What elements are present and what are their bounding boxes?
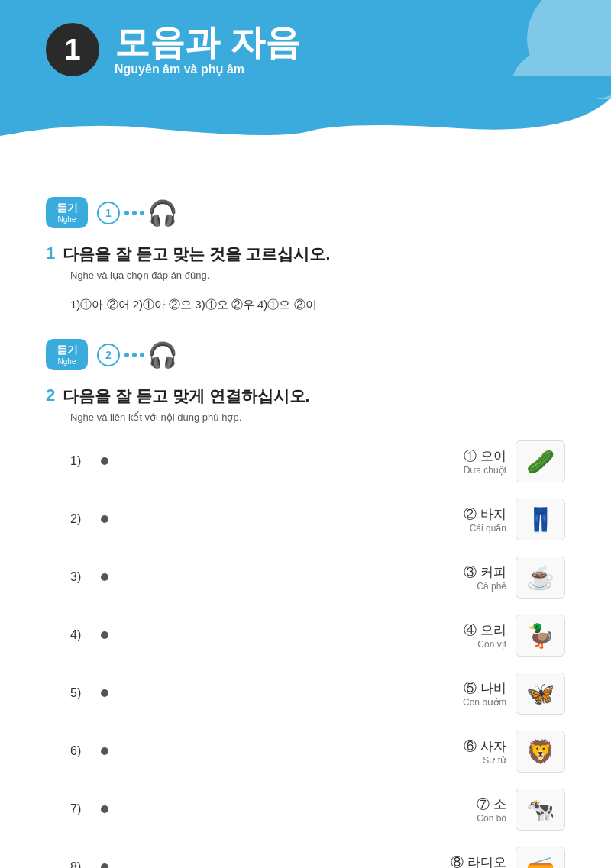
match-left-num-3: 3) [70,570,101,584]
match-left-num-1: 1) [70,454,101,468]
match-dot-left-7 [101,805,108,813]
match-label-1: ① 오이 Dưa chuột [445,447,506,476]
match-row-6: 6) ⑥ 사자 Sư tử 🦁 [70,725,565,777]
main-content: 듣기 Nghe 1 🎧 1 다음을 잘 듣고 맞는 것을 고르십시오. Nghe… [0,136,611,868]
match-image-1: 🥒 [516,440,565,482]
match-row-1: 1) ① 오이 Dưa chuột 🥒 [70,435,565,487]
section2-badge-korean: 듣기 [57,344,78,357]
chapter-number-circle: 1 [46,23,99,76]
headphone-icon-1: 🎧 [147,198,178,227]
section2-dots [124,353,144,357]
match-dot-left-6 [101,747,108,755]
section2-listen-section: 듣기 Nghe 2 🎧 [46,339,565,370]
section1-dots [124,211,144,215]
match-image-5: 🦋 [516,673,565,715]
match-row-3: 3) ③ 커피 Cà phê ☕ [70,551,565,603]
match-korean-2: ② 바지 [464,505,506,523]
match-label-8: ⑧ 라디오 Radio [445,853,506,869]
section2-text: 다음을 잘 듣고 맞게 연결하십시오. [63,386,309,407]
match-icon-5: 🦋 [526,680,554,707]
match-right-1: ① 오이 Dưa chuột 🥒 [445,440,565,482]
section1-text: 다음을 잘 듣고 맞는 것을 고르십시오. [63,244,330,265]
match-right-7: ⑦ 소 Con bò 🐄 [445,789,565,831]
header-title-block: 모음과 자음 Nguyên âm và phụ âm [115,23,300,76]
match-image-4: 🦆 [516,615,565,657]
dot2 [132,211,137,215]
match-label-4: ④ 오리 Con vịt [445,621,506,650]
section2-badge: 듣기 Nghe 2 🎧 [46,339,565,370]
match-korean-5: ⑤ 나비 [464,679,506,697]
match-viet-5: Con bướm [463,697,506,708]
match-row-7: 7) ⑦ 소 Con bò 🐄 [70,783,565,835]
match-left-num-2: 2) [70,512,101,526]
match-icon-8: 📻 [526,854,554,869]
match-image-3: ☕ [516,557,565,599]
match-right-5: ⑤ 나비 Con bướm 🦋 [445,673,565,715]
match-row-8: 8) ⑧ 라디오 Radio 📻 [70,841,565,868]
match-image-2: 👖 [516,499,565,540]
section2-badge-nghe: Nghe [58,357,76,366]
match-row-4: 4) ④ 오리 Con vịt 🦆 [70,609,565,661]
match-right-6: ⑥ 사자 Sư tử 🦁 [445,731,565,773]
match-dot-left-5 [101,689,108,697]
section2-num: 2 [46,386,55,405]
dot1 [124,211,129,215]
match-dot-left-3 [101,573,108,581]
match-korean-8: ⑧ 라디오 [451,853,506,869]
match-dot-left-8 [101,863,108,868]
match-left-num-5: 5) [70,686,101,700]
page-header: 1 모음과 자음 Nguyên âm và phụ âm [0,0,611,99]
section1-headphone-area: 🎧 [124,198,178,227]
match-icon-4: 🦆 [526,622,554,649]
match-korean-7: ⑦ 소 [477,795,506,813]
section1-badge-box: 듣기 Nghe [46,197,88,228]
match-icon-6: 🦁 [526,738,554,765]
section1-num: 1 [46,244,55,263]
match-row-2: 2) ② 바지 Cái quần 👖 [70,493,565,545]
header-wave-decoration [474,0,611,99]
match-right-8: ⑧ 라디오 Radio 📻 [445,847,565,869]
headphone-icon-2: 🎧 [147,340,178,369]
match-icon-1: 🥒 [526,448,554,475]
match-left-num-8: 8) [70,860,101,868]
match-row-5: 5) ⑤ 나비 Con bướm 🦋 [70,667,565,719]
match-viet-4: Con vịt [477,639,506,650]
match-icon-2: 👖 [526,506,554,533]
section1-listen-section: 듣기 Nghe 1 🎧 [46,197,565,228]
match-right-2: ② 바지 Cái quần 👖 [445,499,565,540]
match-left-num-6: 6) [70,744,101,758]
match-dot-left-4 [101,631,108,639]
match-label-3: ③ 커피 Cà phê [445,563,506,592]
dot3 [140,211,144,215]
svg-point-1 [512,46,611,99]
match-viet-7: Con bò [477,813,506,824]
match-korean-1: ① 오이 [464,447,506,465]
chapter-title-korean: 모음과 자음 [115,23,300,62]
section1-badge-nghe: Nghe [58,215,76,224]
match-viet-3: Cà phê [477,581,506,592]
match-icon-7: 🐄 [526,796,554,823]
match-viet-6: Sư tử [483,755,506,766]
match-right-3: ③ 커피 Cà phê ☕ [445,557,565,599]
chapter-number: 1 [64,34,80,66]
match-label-6: ⑥ 사자 Sư tử [445,737,506,766]
section1-badge-number: 1 [97,202,120,224]
section2-badge-box: 듣기 Nghe [46,339,88,370]
match-left-num-4: 4) [70,628,101,642]
section1-badge: 듣기 Nghe 1 🎧 [46,197,565,228]
match-image-8: 📻 [516,847,565,869]
match-korean-4: ④ 오리 [464,621,506,639]
dot4 [124,353,129,357]
matching-list: 1) ① 오이 Dưa chuột 🥒 2) ② 바지 Cái quần [70,435,565,868]
match-korean-6: ⑥ 사자 [464,737,506,755]
match-left-num-7: 7) [70,802,101,816]
section2-subtitle: Nghe và liên kết với nội dung phù hợp. [70,411,565,423]
match-viet-2: Cái quần [470,523,506,534]
dot5 [132,353,137,357]
chapter-subtitle: Nguyên âm và phụ âm [115,62,300,76]
section1-badge-korean: 듣기 [57,202,78,215]
match-dot-left-1 [101,457,108,465]
match-image-7: 🐄 [516,789,565,831]
match-image-6: 🦁 [516,731,565,773]
match-label-2: ② 바지 Cái quần [445,505,506,534]
